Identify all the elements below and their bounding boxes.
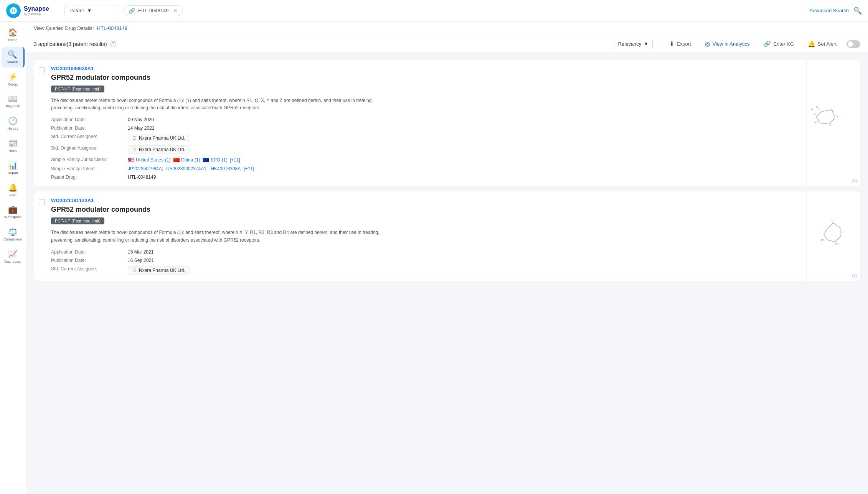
- current-assignee-1: 🗒 Nxera Pharma UK Ltd.: [128, 134, 190, 142]
- patent-id-2[interactable]: WO2021181122A1: [51, 198, 800, 203]
- svg-line-7: [818, 108, 822, 112]
- img-index-1: (1): [852, 179, 857, 183]
- results-count: 3 applications(3 patent results) ?: [34, 41, 116, 47]
- toolbar-actions: Relevancy ▼ ⬇ Export ◎ View in Analytics…: [614, 38, 860, 49]
- export-icon: ⬇: [669, 40, 674, 48]
- patent-abstract-2: The disclosures herein relate to novel c…: [51, 229, 396, 244]
- topbar: Synapse by patsnap Patent ▼ 🔗 HTL-004814…: [0, 0, 868, 21]
- tag-icon: 🔗: [129, 8, 135, 14]
- simple-family-more-1[interactable]: [+11]: [244, 166, 254, 171]
- img-index-2: (1): [852, 273, 857, 278]
- breadcrumb-label: View Queried Drug Details:: [34, 25, 94, 31]
- svg-text:R: R: [842, 231, 843, 233]
- card-body-1: WO2021090030A1 GPR52 modulator compounds…: [50, 59, 806, 186]
- home-icon: 🏠: [8, 28, 18, 37]
- logo: Synapse by patsnap: [6, 3, 60, 18]
- sidebar-item-comparison[interactable]: ⚖️ Comparison: [2, 224, 25, 245]
- sidebar-item-playbook[interactable]: 📖 Playbook: [2, 91, 25, 112]
- logo-icon: [6, 3, 21, 18]
- set-alert-button[interactable]: 🔔 Set Alert: [804, 38, 840, 49]
- sidebar-item-report[interactable]: 📊 Report: [2, 158, 25, 178]
- jurisdiction-cn: 🇨🇳 China (1): [173, 157, 200, 163]
- history-icon: 🕐: [8, 116, 18, 125]
- jurisdiction-us: 🇺🇸 United States (1): [128, 157, 171, 163]
- enter-kg-button[interactable]: 🔗 Enter KG: [759, 38, 797, 49]
- alert-toggle[interactable]: [847, 40, 860, 48]
- patent-card-2: WO2021181122A1 GPR52 modulator compounds…: [34, 191, 860, 281]
- kg-icon: 🔗: [763, 40, 771, 48]
- sidebar-item-home[interactable]: 🏠 Home: [2, 25, 25, 45]
- jurisdictions-1: 🇺🇸 United States (1) 🇨🇳 China (1) 🇪🇺: [128, 157, 800, 163]
- patent-abstract-1: The disclosures herein relate to novel c…: [51, 97, 396, 112]
- sidebar-item-comp[interactable]: ⚡ Comp.: [2, 69, 25, 90]
- playbook-icon: 📖: [8, 94, 18, 103]
- jurisdiction-epo: 🇪🇺 EPO (1): [203, 157, 228, 163]
- news-icon: 📰: [8, 138, 18, 148]
- svg-text:R4: R4: [835, 242, 838, 245]
- patent-title-1: GPR52 modulator compounds: [51, 74, 800, 82]
- jurisdictions-more-1[interactable]: [+11]: [230, 157, 240, 163]
- count-text: 3 applications(3 patent results): [34, 41, 107, 47]
- svg-text:Y: Y: [836, 114, 838, 118]
- analytics-icon: ◎: [705, 40, 710, 48]
- info-icon[interactable]: ?: [110, 41, 116, 47]
- svg-line-15: [828, 223, 833, 229]
- results-toolbar: 3 applications(3 patent results) ? Relev…: [26, 35, 868, 53]
- comparison-icon: ⚖️: [8, 227, 18, 236]
- sidebar: 🏠 Home 🔍 Search ⚡ Comp. 📖 Playbook 🕐 His…: [0, 21, 26, 494]
- patent-card: WO2021090030A1 GPR52 modulator compounds…: [34, 59, 860, 186]
- drug-tag-close[interactable]: ✕: [173, 8, 177, 13]
- sidebar-item-history[interactable]: 🕐 History: [2, 113, 25, 134]
- main-layout: 🏠 Home 🔍 Search ⚡ Comp. 📖 Playbook 🕐 His…: [0, 21, 868, 494]
- card-checkbox-2[interactable]: [39, 199, 45, 205]
- sidebar-item-search[interactable]: 🔍 Search: [2, 47, 25, 68]
- card-checkbox-1[interactable]: [39, 67, 45, 73]
- dashboard-icon: 📈: [8, 249, 18, 259]
- analytics-button[interactable]: ◎ View in Analytics: [701, 38, 754, 49]
- search-icon-button[interactable]: 🔍: [853, 7, 862, 15]
- assignee-icon-2: 🗒: [132, 268, 137, 273]
- report-icon: 📊: [8, 161, 18, 170]
- status-badge-1: PCT-NP (Past time limit): [51, 86, 104, 92]
- sort-arrow-icon: ▼: [644, 41, 649, 47]
- svg-text:Z: Z: [830, 123, 832, 126]
- patent-id-1[interactable]: WO2021090030A1: [51, 66, 800, 71]
- sidebar-item-news[interactable]: 📰 News: [2, 135, 25, 156]
- advanced-search-link[interactable]: Advanced Search: [809, 8, 849, 13]
- card-checkbox-col: [34, 59, 50, 186]
- alert-bell-icon: 🔔: [808, 40, 815, 48]
- breadcrumb-drug-link[interactable]: HTL-0048149: [97, 25, 128, 31]
- sidebar-item-dashboard[interactable]: 📈 Dashboard: [2, 246, 25, 267]
- card-image-2: N R R4 R3 (1): [806, 191, 860, 280]
- card-image-1: R N X Y Z Q O (1): [806, 59, 860, 186]
- card-meta-2: Application Date: 15 Mar 2021 Publicatio…: [51, 249, 800, 275]
- svg-line-9: [833, 223, 841, 229]
- comp-icon: ⚡: [8, 72, 18, 81]
- svg-line-14: [824, 229, 828, 234]
- patent-link-us[interactable]: US20230002374A1;: [166, 166, 208, 171]
- dropdown-arrow-icon: ▼: [87, 8, 92, 13]
- simple-family-1: JP2023501984A; US20230002374A1; HK400733…: [128, 166, 800, 171]
- svg-text:N: N: [814, 112, 816, 115]
- breadcrumb: View Queried Drug Details: HTL-0048149: [26, 21, 868, 35]
- patent-link-jp[interactable]: JP2023501984A;: [128, 166, 163, 171]
- svg-line-12: [828, 240, 835, 242]
- sort-dropdown[interactable]: Relevancy ▼: [614, 39, 653, 49]
- card-body-2: WO2021181122A1 GPR52 modulator compounds…: [50, 191, 806, 280]
- logo-text: Synapse by patsnap: [24, 5, 49, 16]
- search-type-dropdown[interactable]: Patent ▼: [64, 5, 118, 16]
- export-button[interactable]: ⬇ Export: [665, 38, 695, 49]
- card-meta-1: Application Date: 09 Nov 2020 Publicatio…: [51, 117, 800, 180]
- sidebar-item-workspace[interactable]: 💼 Workspace: [2, 202, 25, 222]
- svg-text:X: X: [832, 109, 834, 112]
- assignee-doc-icon: 🗒: [132, 147, 137, 152]
- svg-text:R: R: [811, 107, 814, 111]
- status-badge-2: PCT-NP (Past time limit): [51, 217, 104, 224]
- results-list: WO2021090030A1 GPR52 modulator compounds…: [26, 53, 868, 494]
- sidebar-item-alert[interactable]: 🔔 Alert: [2, 180, 25, 201]
- topbar-right: Advanced Search 🔍: [809, 7, 862, 15]
- svg-text:R3: R3: [821, 239, 825, 241]
- patent-link-hk[interactable]: HK40073308A: [211, 166, 241, 171]
- svg-text:Q: Q: [814, 120, 817, 123]
- alert-icon: 🔔: [8, 183, 18, 192]
